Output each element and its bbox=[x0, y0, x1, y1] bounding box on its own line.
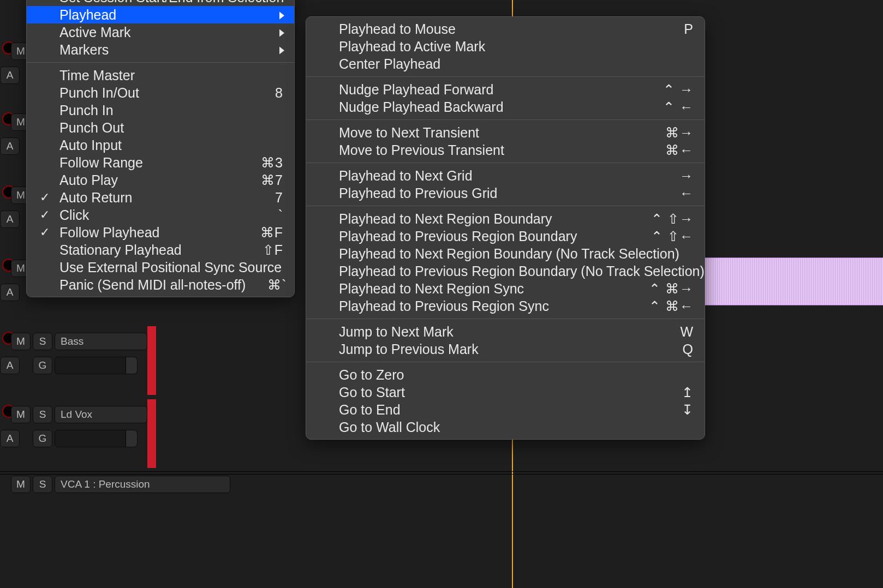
menu-item-jump-next-mark[interactable]: Jump to Next Mark W bbox=[306, 323, 705, 340]
menu-item-stationary-playhead[interactable]: Stationary Playhead ⇧F bbox=[27, 241, 294, 259]
menu-shortcut: ⌘7 bbox=[261, 172, 283, 188]
menu-item-previous-region-sync[interactable]: Playhead to Previous Region Sync ⌃ ⌘← bbox=[306, 297, 705, 315]
solo-button[interactable]: S bbox=[33, 476, 52, 493]
menu-shortcut: ⌃ ← bbox=[663, 99, 694, 115]
menu-item-previous-region-boundary-nt[interactable]: Playhead to Previous Region Boundary (No… bbox=[306, 262, 705, 280]
fader[interactable] bbox=[55, 430, 138, 447]
automation-button[interactable]: A bbox=[0, 137, 20, 155]
menu-label: Playhead to Next Region Boundary bbox=[339, 211, 629, 227]
menu-item-panic[interactable]: Panic (Send MIDI all-notes-off) ⌘` bbox=[27, 276, 294, 293]
automation-button[interactable]: A bbox=[0, 211, 20, 228]
menu-label: Playhead to Previous Region Sync bbox=[339, 298, 627, 314]
menu-label: Playhead bbox=[59, 7, 283, 23]
menu-item-next-grid[interactable]: Playhead to Next Grid → bbox=[306, 167, 705, 184]
menu-label: Click bbox=[59, 207, 256, 223]
menu-separator bbox=[306, 319, 705, 319]
mute-button[interactable]: M bbox=[11, 406, 31, 423]
menu-item-playhead[interactable]: Playhead bbox=[27, 6, 294, 23]
solo-button[interactable]: S bbox=[33, 333, 52, 350]
menu-label: Auto Return bbox=[59, 190, 253, 206]
menu-item-set-session[interactable]: Set Session Start/End from Selection bbox=[27, 0, 294, 6]
menu-shortcut: ⌘3 bbox=[261, 155, 283, 171]
menu-label: Time Master bbox=[59, 68, 283, 83]
transport-menu: Set Session Start/End from Selection Pla… bbox=[26, 0, 295, 297]
menu-shortcut: → bbox=[679, 168, 694, 184]
submenu-arrow-icon bbox=[279, 42, 284, 58]
menu-item-next-region-boundary[interactable]: Playhead to Next Region Boundary ⌃ ⇧→ bbox=[306, 210, 705, 227]
group-button[interactable]: G bbox=[33, 357, 52, 374]
menu-shortcut: ⌘→ bbox=[665, 125, 694, 141]
menu-item-go-to-zero[interactable]: Go to Zero bbox=[306, 366, 705, 383]
menu-separator bbox=[306, 206, 705, 206]
menu-item-playhead-to-mouse[interactable]: Playhead to Mouse P bbox=[306, 20, 705, 38]
group-button[interactable]: G bbox=[33, 430, 52, 447]
menu-label: Nudge Playhead Backward bbox=[339, 99, 641, 115]
menu-label: Follow Range bbox=[59, 155, 239, 171]
menu-label: Follow Playhead bbox=[59, 225, 238, 241]
menu-item-playhead-to-active-mark[interactable]: Playhead to Active Mark bbox=[306, 38, 705, 55]
menu-item-next-region-sync[interactable]: Playhead to Next Region Sync ⌃ ⌘→ bbox=[306, 280, 705, 297]
menu-label: Move to Next Transient bbox=[339, 125, 643, 141]
menu-separator bbox=[306, 362, 705, 362]
menu-item-next-transient[interactable]: Move to Next Transient ⌘→ bbox=[306, 124, 705, 141]
menu-item-follow-range[interactable]: Follow Range ⌘3 bbox=[27, 154, 294, 171]
menu-label: Go to Wall Clock bbox=[339, 419, 694, 435]
menu-item-auto-return[interactable]: ✓ Auto Return 7 bbox=[27, 189, 294, 206]
automation-button[interactable]: A bbox=[0, 357, 20, 374]
menu-label: Center Playhead bbox=[339, 56, 694, 72]
menu-item-next-region-boundary-nt[interactable]: Playhead to Next Region Boundary (No Tra… bbox=[306, 245, 705, 262]
menu-label: Auto Play bbox=[59, 172, 239, 188]
track-name-ldvox[interactable]: Ld Vox bbox=[55, 406, 147, 423]
menu-label: Playhead to Previous Region Boundary bbox=[339, 229, 629, 244]
menu-item-previous-region-boundary[interactable]: Playhead to Previous Region Boundary ⌃ ⇧… bbox=[306, 227, 705, 245]
menu-label: Move to Previous Transient bbox=[339, 142, 643, 158]
menu-item-go-to-wall-clock[interactable]: Go to Wall Clock bbox=[306, 418, 705, 436]
menu-shortcut: Q bbox=[683, 341, 694, 357]
menu-label: Set Session Start/End from Selection bbox=[59, 0, 284, 5]
menu-item-active-mark[interactable]: Active Mark bbox=[27, 23, 294, 41]
menu-label: Panic (Send MIDI all-notes-off) bbox=[59, 277, 246, 293]
menu-shortcut: P bbox=[684, 21, 694, 37]
menu-item-click[interactable]: ✓ Click ` bbox=[27, 206, 294, 224]
menu-item-follow-playhead[interactable]: ✓ Follow Playhead ⌘F bbox=[27, 224, 294, 241]
menu-item-external-sync[interactable]: Use External Positional Sync Source ⌃ ` bbox=[27, 259, 294, 276]
menu-item-jump-previous-mark[interactable]: Jump to Previous Mark Q bbox=[306, 340, 705, 358]
mute-button[interactable]: M bbox=[11, 476, 31, 493]
menu-item-nudge-backward[interactable]: Nudge Playhead Backward ⌃ ← bbox=[306, 98, 705, 116]
automation-button[interactable]: A bbox=[0, 430, 20, 447]
menu-shortcut: ⌃ → bbox=[663, 82, 694, 98]
menu-item-auto-play[interactable]: Auto Play ⌘7 bbox=[27, 171, 294, 189]
menu-label: Punch In bbox=[59, 103, 283, 118]
menu-item-auto-input[interactable]: Auto Input bbox=[27, 136, 294, 154]
menu-item-center-playhead[interactable]: Center Playhead bbox=[306, 55, 705, 73]
menu-item-go-to-end[interactable]: Go to End ↧ bbox=[306, 401, 705, 418]
automation-button[interactable]: A bbox=[0, 67, 20, 84]
check-icon: ✓ bbox=[40, 190, 50, 205]
automation-button[interactable]: A bbox=[0, 284, 20, 301]
track-name-bass[interactable]: Bass bbox=[55, 333, 147, 350]
menu-item-punch-out[interactable]: Punch Out bbox=[27, 119, 294, 136]
menu-shortcut: W bbox=[680, 324, 694, 340]
menu-label: Playhead to Next Region Boundary (No Tra… bbox=[339, 246, 694, 262]
menu-shortcut: ↧ bbox=[682, 402, 694, 418]
menu-item-go-to-start[interactable]: Go to Start ↥ bbox=[306, 383, 705, 401]
menu-label: Punch Out bbox=[59, 120, 283, 136]
menu-item-previous-grid[interactable]: Playhead to Previous Grid ← bbox=[306, 184, 705, 202]
track-marker bbox=[147, 399, 156, 468]
track-name-vca1[interactable]: VCA 1 : Percussion bbox=[55, 476, 230, 493]
menu-item-time-master[interactable]: Time Master bbox=[27, 67, 294, 84]
ruler bbox=[0, 471, 883, 475]
menu-item-punch-in-out[interactable]: Punch In/Out 8 bbox=[27, 84, 294, 101]
submenu-arrow-icon bbox=[279, 7, 284, 23]
menu-item-nudge-forward[interactable]: Nudge Playhead Forward ⌃ → bbox=[306, 81, 705, 98]
audio-clip[interactable] bbox=[704, 257, 883, 305]
menu-item-previous-transient[interactable]: Move to Previous Transient ⌘← bbox=[306, 141, 705, 159]
playhead-submenu: Playhead to Mouse P Playhead to Active M… bbox=[306, 16, 705, 440]
menu-item-markers[interactable]: Markers bbox=[27, 41, 294, 58]
mute-button[interactable]: M bbox=[11, 333, 31, 350]
menu-label: Playhead to Next Region Sync bbox=[339, 281, 627, 297]
menu-shortcut: 8 bbox=[275, 85, 283, 101]
fader[interactable] bbox=[55, 357, 138, 374]
solo-button[interactable]: S bbox=[33, 406, 52, 423]
menu-item-punch-in[interactable]: Punch In bbox=[27, 101, 294, 119]
